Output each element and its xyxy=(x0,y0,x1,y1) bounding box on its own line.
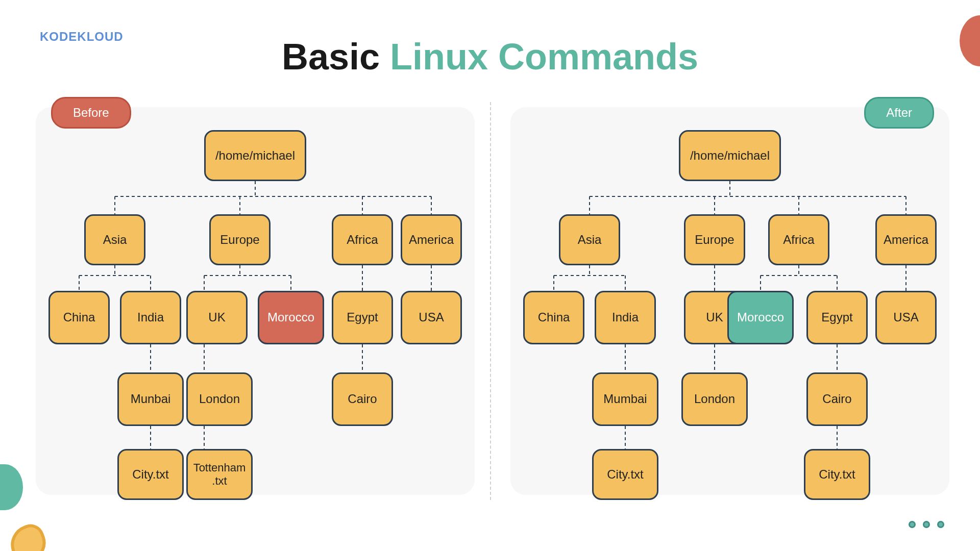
before-india-node: India xyxy=(120,291,181,344)
before-root-node: /home/michael xyxy=(204,130,306,181)
dot-icon xyxy=(923,521,930,528)
before-panel: Before xyxy=(36,107,475,495)
before-city-txt-node: City.txt xyxy=(117,449,184,500)
vertical-divider xyxy=(490,102,491,500)
decor-blob-bottom-left-teal xyxy=(0,464,23,510)
decor-blob-top-right xyxy=(960,15,980,66)
after-morocco-node: Morocco xyxy=(727,291,794,344)
before-america-node: America xyxy=(401,214,462,265)
after-africa-node: Africa xyxy=(768,214,829,265)
after-america-node: America xyxy=(875,214,937,265)
before-asia-node: Asia xyxy=(84,214,145,265)
pagination-dots xyxy=(909,521,944,528)
dot-icon xyxy=(937,521,944,528)
before-cairo-node: Cairo xyxy=(332,372,393,426)
after-city-txt1-node: City.txt xyxy=(592,449,658,500)
before-tottenham-txt-node: Tottenham .txt xyxy=(186,449,253,500)
after-badge: After xyxy=(864,97,934,129)
after-asia-node: Asia xyxy=(559,214,620,265)
after-usa-node: USA xyxy=(875,291,937,344)
title-part1: Basic xyxy=(282,36,390,77)
brand-logo: KODEKLOUD xyxy=(40,30,124,44)
before-badge: Before xyxy=(51,97,131,129)
decor-blob-bottom-left-orange xyxy=(5,520,51,551)
after-mumbai-node: Mumbai xyxy=(592,372,658,426)
dot-icon xyxy=(909,521,916,528)
after-india-node: India xyxy=(595,291,656,344)
before-morocco-node: Morocco xyxy=(258,291,324,344)
after-china-node: China xyxy=(523,291,584,344)
after-egypt-node: Egypt xyxy=(806,291,868,344)
before-uk-node: UK xyxy=(186,291,248,344)
before-munbai-node: Munbai xyxy=(117,372,184,426)
after-london-node: London xyxy=(681,372,748,426)
after-city-txt2-node: City.txt xyxy=(804,449,870,500)
before-china-node: China xyxy=(48,291,110,344)
before-egypt-node: Egypt xyxy=(332,291,393,344)
slide-title: Basic Linux Commands xyxy=(282,36,698,78)
after-root-node: /home/michael xyxy=(679,130,781,181)
before-london-node: London xyxy=(186,372,253,426)
after-cairo-node: Cairo xyxy=(806,372,868,426)
before-usa-node: USA xyxy=(401,291,462,344)
after-panel: After xyxy=(510,107,949,495)
before-africa-node: Africa xyxy=(332,214,393,265)
after-europe-node: Europe xyxy=(684,214,745,265)
title-part2: Linux Commands xyxy=(390,36,698,77)
before-europe-node: Europe xyxy=(209,214,271,265)
